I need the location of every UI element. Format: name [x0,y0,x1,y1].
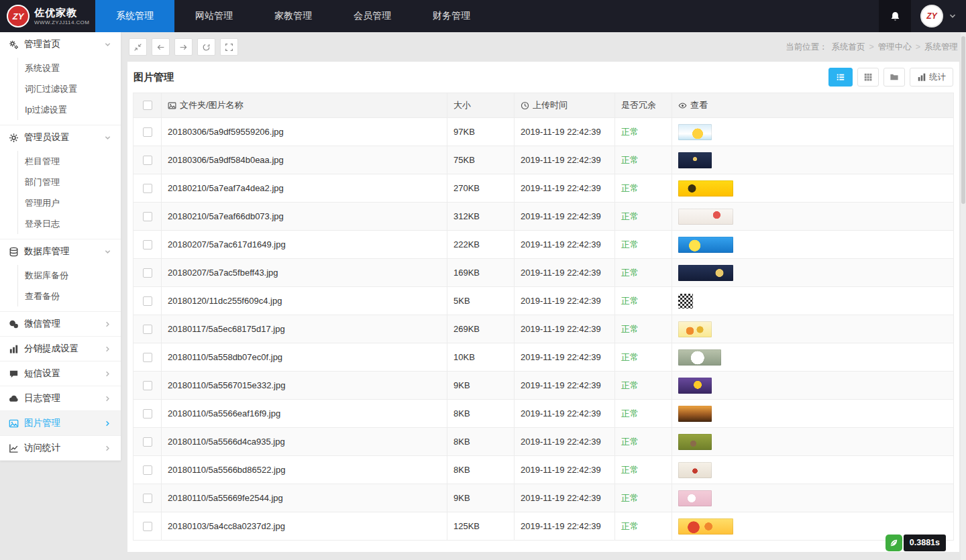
sidebar-section-image-mgmt[interactable]: 图片管理 [0,411,121,435]
sidebar-item-ip-filter-settings[interactable]: Ip过滤设置 [18,99,121,120]
stats-bar-icon [917,72,926,82]
row-checkbox[interactable] [143,437,152,447]
performance-badge: 0.3881s [885,535,946,551]
table-row: 20180110/5a5567015e332.jpg9KB2019-11-19 … [133,372,954,400]
sidebar-item-department-mgmt[interactable]: 部门管理 [18,172,121,192]
images-table: 文件夹/图片名称 大小 上传时间 是否冗余 查看 20180306/5a9df5… [133,93,954,541]
sidebar-section-database-mgmt[interactable]: 数据库管理 [0,239,121,264]
main-content: 当前位置：系统首页>管理中心>系统管理 图片管理 统计 [127,32,959,560]
breadcrumb-system-home[interactable]: 系统首页 [831,42,865,53]
row-checkbox[interactable] [143,268,152,278]
image-thumbnail[interactable] [678,349,721,366]
file-name: 20180110/5a5566bd86522.jpg [162,456,447,484]
select-all-checkbox[interactable] [143,101,152,110]
file-name: 20180110/5a5566d4ca935.jpg [162,428,447,456]
sidebar-section-visit-stats[interactable]: 访问统计 [0,436,121,460]
row-checkbox[interactable] [143,156,152,165]
scrollbar-thumb[interactable] [961,36,965,204]
top-nav-member-mgmt[interactable]: 会员管理 [333,0,412,32]
breadcrumb-system-mgmt[interactable]: 系统管理 [924,42,958,53]
stats-label: 统计 [929,72,946,83]
toolbar-forward-button[interactable] [174,38,193,56]
folder-view-button[interactable] [883,68,905,87]
breadcrumb-admin-center[interactable]: 管理中心 [878,42,912,53]
image-thumbnail[interactable] [678,378,712,394]
sidebar-section-label: 管理首页 [24,38,60,50]
sidebar-section-wechat-mgmt[interactable]: 微信管理 [0,312,121,336]
row-checkbox[interactable] [143,522,152,531]
toolbar-back-button[interactable] [152,38,170,56]
user-avatar[interactable]: ZY [920,5,943,27]
sidebar-item-system-settings[interactable]: 系统设置 [18,58,121,78]
topbar-right: ZY [879,0,966,32]
chevron-right-icon [102,345,113,353]
image-thumbnail[interactable] [678,124,712,140]
stats-button[interactable]: 统计 [910,68,953,87]
sidebar-item-column-mgmt[interactable]: 栏目管理 [18,151,121,172]
table-row: 20180210/5a7eaf7a4dea2.jpg270KB2019-11-1… [133,174,954,203]
row-checkbox[interactable] [143,296,152,306]
page-scrollbar[interactable] [961,32,966,560]
image-thumbnail[interactable] [678,434,712,450]
sidebar-section-log-mgmt[interactable]: 日志管理 [0,386,121,410]
image-thumbnail[interactable] [678,321,712,337]
row-checkbox[interactable] [143,409,152,418]
file-name: 20180117/5a5ec68175d17.jpg [162,315,447,343]
file-name: 20180207/5a7ac5fbeff43.jpg [162,259,447,287]
top-nav-system-mgmt[interactable]: 系统管理 [95,0,174,32]
row-checkbox[interactable] [143,494,152,503]
image-thumbnail[interactable] [678,462,712,478]
toolbar-collapse-button[interactable] [129,38,147,56]
image-thumbnail[interactable] [678,180,733,197]
top-nav-site-mgmt[interactable]: 网站管理 [174,0,254,32]
user-menu-chevron-icon[interactable] [949,12,957,20]
file-size: 8KB [447,428,515,456]
gear-icon [8,133,19,143]
list-view-button[interactable] [828,68,853,87]
top-nav-tutor-mgmt[interactable]: 家教管理 [254,0,333,32]
image-thumbnail[interactable] [678,237,733,253]
row-checkbox[interactable] [143,212,152,221]
file-name: 20180210/5a7eaf66db073.jpg [162,203,447,231]
row-checkbox[interactable] [143,465,152,475]
image-thumbnail[interactable] [678,152,712,168]
sidebar-item-login-logs[interactable]: 登录日志 [18,213,121,234]
eye-icon [678,101,687,110]
image-thumbnail[interactable] [678,265,733,281]
grid-view-button[interactable] [857,68,879,87]
image-thumbnail[interactable] [678,406,712,422]
toolbar-fullscreen-button[interactable] [220,38,238,56]
row-checkbox[interactable] [143,240,152,249]
notifications-button[interactable] [879,0,911,32]
image-thumbnail[interactable] [678,518,733,535]
sidebar-section-commission-settings[interactable]: 分销提成设置 [0,337,121,361]
row-checkbox[interactable] [143,184,152,193]
fullscreen-icon [225,43,233,52]
sidebar-item-admin-users[interactable]: 管理用户 [18,192,121,213]
sidebar-item-view-backup[interactable]: 查看备份 [18,286,121,306]
status-badge: 正常 [621,127,639,137]
sidebar: 管理首页系统设置词汇过滤设置Ip过滤设置管理员设置栏目管理部门管理管理用户登录日… [0,32,121,461]
top-nav-finance-mgmt[interactable]: 财务管理 [412,0,491,32]
sidebar-item-database-backup[interactable]: 数据库备份 [18,265,121,286]
row-checkbox[interactable] [143,325,152,334]
file-name: 20180110/5a558db07ec0f.jpg [162,343,447,372]
sidebar-item-word-filter-settings[interactable]: 词汇过滤设置 [18,78,121,99]
row-checkbox[interactable] [143,127,152,137]
upload-time: 2019-11-19 22:42:39 [515,484,615,512]
sidebar-section-label: 分销提成设置 [24,343,78,355]
status-badge: 正常 [621,380,639,390]
file-size: 5KB [447,287,515,315]
row-checkbox[interactable] [143,381,152,390]
sidebar-section-sms-settings[interactable]: 短信设置 [0,361,121,386]
table-row: 20180110/5a558db07ec0f.jpg10KB2019-11-19… [133,343,954,372]
logo[interactable]: ZY 佐优家教 WWW.ZYJJ114.COM [0,0,95,32]
row-checkbox[interactable] [143,353,152,362]
sidebar-section-admin-home[interactable]: 管理首页 [0,32,121,56]
sidebar-section-admin-settings[interactable]: 管理员设置 [0,125,121,150]
col-header-time: 上传时间 [533,99,568,111]
image-thumbnail[interactable] [678,294,693,309]
image-thumbnail[interactable] [678,490,712,506]
image-thumbnail[interactable] [678,209,733,225]
toolbar-refresh-button[interactable] [197,38,215,56]
